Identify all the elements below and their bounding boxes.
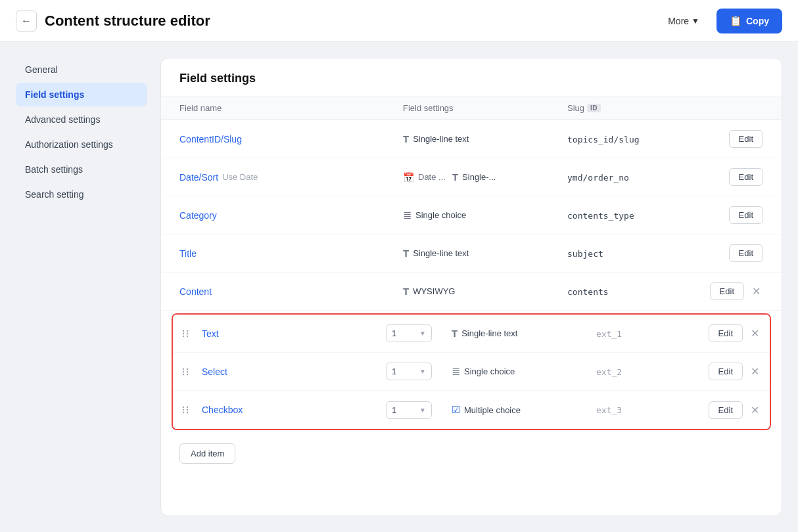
col-field-name: Field name bbox=[179, 103, 403, 113]
chevron-down-icon: ▼ bbox=[419, 330, 426, 337]
number-select-wrapper: 1 ▼ bbox=[386, 401, 452, 419]
svg-point-2 bbox=[183, 335, 184, 336]
action-cell: Edit bbox=[684, 130, 763, 148]
table-row: Select 1 ▼ ≣ Single choice ext_2 Edit bbox=[173, 353, 770, 391]
number-select[interactable]: 1 ▼ bbox=[386, 363, 432, 380]
action-cell: Edit ✕ bbox=[683, 324, 762, 342]
highlighted-section: Text 1 ▼ T Single-line text ext_1 Edit bbox=[172, 313, 771, 430]
action-cell: Edit bbox=[684, 244, 763, 262]
field-name-cell: Date/Sort Use Date bbox=[179, 172, 403, 183]
edit-button[interactable]: Edit bbox=[729, 130, 763, 148]
svg-point-8 bbox=[183, 373, 184, 374]
svg-point-11 bbox=[187, 373, 188, 374]
add-item-section: Add item bbox=[161, 433, 782, 474]
svg-point-13 bbox=[183, 409, 184, 410]
col-slug: Slug ID bbox=[567, 103, 684, 113]
svg-point-3 bbox=[187, 330, 188, 331]
slug-cell: contents bbox=[567, 286, 684, 297]
drag-handle[interactable] bbox=[181, 367, 202, 376]
more-button[interactable]: More ▼ bbox=[657, 11, 710, 32]
drag-handle[interactable] bbox=[181, 329, 202, 338]
main-panel: Field settings Field name Field settings… bbox=[160, 58, 782, 516]
drag-handle[interactable] bbox=[181, 405, 202, 414]
action-cell: Edit bbox=[684, 168, 763, 186]
calendar-icon: 📅 bbox=[403, 172, 414, 183]
sidebar-item-advanced-settings[interactable]: Advanced settings bbox=[16, 108, 147, 131]
sidebar-item-authorization-settings[interactable]: Authorization settings bbox=[16, 133, 147, 156]
close-button[interactable]: ✕ bbox=[748, 364, 762, 379]
table-row: Title T Single-line text subject Edit bbox=[161, 234, 782, 273]
more-label: More bbox=[668, 16, 689, 26]
chevron-down-icon: ▼ bbox=[692, 16, 699, 26]
chevron-down-icon: ▼ bbox=[419, 407, 426, 414]
svg-point-1 bbox=[183, 332, 184, 334]
field-settings-cell: T WYSIWYG bbox=[403, 286, 567, 297]
field-name-cell: Category bbox=[179, 210, 403, 221]
list-icon: ≣ bbox=[403, 209, 411, 221]
edit-button[interactable]: Edit bbox=[729, 168, 763, 186]
svg-point-16 bbox=[187, 409, 188, 410]
header: ← Content structure editor More ▼ 📋 Copy bbox=[0, 0, 798, 42]
layout: General Field settings Advanced settings… bbox=[0, 42, 798, 532]
svg-point-10 bbox=[187, 370, 188, 372]
list-icon: ≣ bbox=[452, 365, 460, 378]
header-left: ← Content structure editor bbox=[16, 11, 210, 32]
sidebar-item-general[interactable]: General bbox=[16, 58, 147, 81]
field-name-cell: Text bbox=[202, 328, 386, 339]
add-item-button[interactable]: Add item bbox=[179, 443, 235, 464]
field-settings-cell: ≣ Single choice bbox=[403, 209, 567, 221]
text-icon: T bbox=[403, 286, 409, 297]
field-settings-cell: T Single-line text bbox=[403, 248, 567, 259]
svg-point-0 bbox=[183, 330, 184, 331]
table-row: Checkbox 1 ▼ ☑ Multiple choice ext_3 Edi… bbox=[173, 391, 770, 429]
copy-icon: 📋 bbox=[730, 15, 742, 27]
edit-button[interactable]: Edit bbox=[729, 244, 763, 262]
slug-cell: ext_2 bbox=[596, 366, 683, 377]
edit-button[interactable]: Edit bbox=[709, 401, 743, 419]
action-cell: Edit bbox=[684, 206, 763, 224]
edit-button[interactable]: Edit bbox=[729, 206, 763, 224]
section-title: Field settings bbox=[161, 58, 782, 97]
copy-label: Copy bbox=[746, 16, 769, 26]
col-actions bbox=[684, 103, 763, 113]
slug-cell: ext_1 bbox=[596, 328, 683, 339]
svg-point-9 bbox=[187, 368, 188, 369]
svg-point-14 bbox=[183, 412, 184, 413]
chevron-down-icon: ▼ bbox=[419, 368, 426, 375]
close-button[interactable]: ✕ bbox=[748, 326, 762, 341]
header-right: More ▼ 📋 Copy bbox=[657, 9, 782, 33]
svg-point-6 bbox=[183, 368, 184, 369]
field-name-cell: Select bbox=[202, 366, 386, 377]
field-name-cell: Checkbox bbox=[202, 405, 386, 415]
field-name-cell: Title bbox=[179, 248, 403, 259]
field-settings-cell: 📅 Date ... T Single-... bbox=[403, 171, 567, 183]
text-icon: T bbox=[403, 248, 409, 259]
table-row: Category ≣ Single choice contents_type E… bbox=[161, 196, 782, 234]
table-row: Date/Sort Use Date 📅 Date ... T Single-.… bbox=[161, 158, 782, 196]
text-icon: T bbox=[452, 171, 458, 183]
sidebar-item-batch-settings[interactable]: Batch settings bbox=[16, 158, 147, 181]
svg-point-12 bbox=[183, 407, 184, 408]
number-select-wrapper: 1 ▼ bbox=[386, 324, 452, 342]
slug-cell: ymd/order_no bbox=[567, 172, 684, 183]
edit-button[interactable]: Edit bbox=[710, 282, 744, 300]
sidebar-item-field-settings[interactable]: Field settings bbox=[16, 83, 147, 106]
close-button[interactable]: ✕ bbox=[749, 284, 763, 299]
back-button[interactable]: ← bbox=[16, 11, 37, 32]
field-settings-cell: T Single-line text bbox=[452, 328, 596, 339]
slug-cell: topics_id/slug bbox=[567, 134, 684, 144]
edit-button[interactable]: Edit bbox=[709, 363, 743, 380]
edit-button[interactable]: Edit bbox=[709, 324, 743, 342]
svg-point-4 bbox=[187, 332, 188, 334]
number-select[interactable]: 1 ▼ bbox=[386, 401, 432, 419]
action-cell: Edit ✕ bbox=[683, 363, 762, 380]
field-settings-cell: ≣ Single choice bbox=[452, 365, 596, 378]
table-row: Text 1 ▼ T Single-line text ext_1 Edit bbox=[173, 315, 770, 353]
sidebar-item-search-setting[interactable]: Search setting bbox=[16, 183, 147, 206]
id-badge: ID bbox=[587, 104, 601, 112]
svg-point-17 bbox=[187, 412, 188, 413]
copy-button[interactable]: 📋 Copy bbox=[716, 9, 782, 33]
number-select[interactable]: 1 ▼ bbox=[386, 324, 432, 342]
close-button[interactable]: ✕ bbox=[748, 403, 762, 418]
checkbox-icon: ☑ bbox=[452, 404, 460, 416]
